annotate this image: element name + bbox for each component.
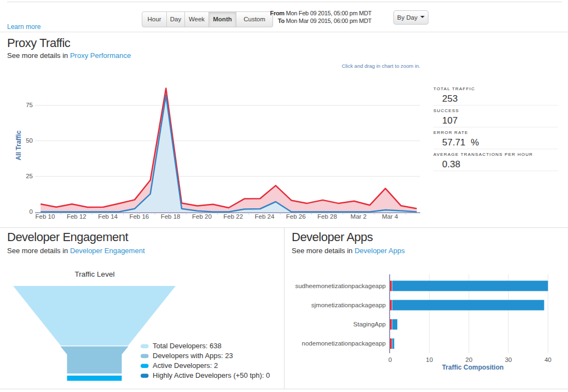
svg-text:75: 75 [26, 102, 33, 108]
svg-text:Feb 16: Feb 16 [129, 213, 149, 220]
svg-text:sjmonetizationpackageapp: sjmonetizationpackageapp [311, 302, 386, 308]
svg-text:Traffic Level: Traffic Level [75, 270, 115, 278]
svg-text:40: 40 [544, 356, 552, 363]
svg-text:0: 0 [389, 356, 392, 363]
svg-text:10: 10 [426, 356, 433, 363]
svg-text:Feb 18: Feb 18 [161, 213, 181, 220]
svg-text:0: 0 [30, 208, 33, 215]
svg-text:Highly Active Developers (+50: Highly Active Developers (+50 tph): 0 [153, 371, 270, 379]
svg-text:Active Developers: 2: Active Developers: 2 [153, 361, 218, 370]
svg-text:Feb 22: Feb 22 [223, 213, 243, 220]
svg-text:Feb 26: Feb 26 [286, 213, 306, 220]
svg-text:Feb 12: Feb 12 [67, 213, 86, 220]
svg-text:Feb 14: Feb 14 [98, 213, 118, 220]
svg-text:Feb 10: Feb 10 [36, 213, 55, 220]
svg-text:Mar 4: Mar 4 [382, 213, 398, 220]
svg-text:StagingApp: StagingApp [353, 321, 386, 327]
svg-text:50: 50 [26, 137, 33, 144]
svg-text:Feb 28: Feb 28 [317, 213, 337, 220]
svg-text:Developers with Apps: 23: Developers with Apps: 23 [153, 352, 233, 360]
svg-text:sudheemonetizationpackageapp: sudheemonetizationpackageapp [295, 283, 386, 289]
svg-text:20: 20 [466, 356, 473, 363]
svg-text:Total Developers: 638: Total Developers: 638 [153, 342, 222, 350]
svg-text:Mar 2: Mar 2 [351, 213, 367, 220]
svg-text:Traffic Composition: Traffic Composition [442, 364, 504, 371]
svg-text:Feb 20: Feb 20 [192, 213, 212, 220]
svg-text:Feb 24: Feb 24 [255, 213, 275, 220]
svg-text:25: 25 [26, 173, 33, 179]
svg-text:nodemonetizationpackageapp: nodemonetizationpackageapp [302, 340, 386, 347]
svg-text:All Traffic: All Traffic [15, 130, 22, 160]
svg-text:30: 30 [505, 356, 512, 363]
